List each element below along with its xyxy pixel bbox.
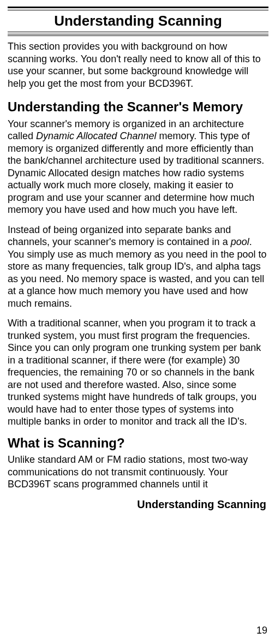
footer-title: Understanding Scanning xyxy=(8,498,268,511)
memory-paragraph-1: Your scanner's memory is organized in an… xyxy=(8,118,268,216)
title-rule-container: Understanding Scanning xyxy=(8,7,268,34)
title-inner-container: Understanding Scanning xyxy=(8,10,268,32)
page-number: 19 xyxy=(256,625,267,636)
para-text: memory. This type of memory is organized… xyxy=(8,130,264,215)
para-text: Instead of being organized into separate… xyxy=(8,224,231,248)
section-heading-memory: Understanding the Scanner's Memory xyxy=(8,99,268,115)
memory-paragraph-2: Instead of being organized into separate… xyxy=(8,224,268,310)
page-title: Understanding Scanning xyxy=(8,13,268,29)
italic-text: Dynamic Allocated Channel xyxy=(36,130,156,141)
scanning-paragraph-1: Unlike standard AM or FM radio stations,… xyxy=(8,454,268,491)
section-heading-scanning: What is Scanning? xyxy=(8,436,268,451)
intro-paragraph: This section provides you with backgroun… xyxy=(8,40,268,90)
italic-text: pool xyxy=(231,236,249,247)
memory-paragraph-3: With a traditional scanner, when you pro… xyxy=(8,317,268,428)
horizontal-rule xyxy=(8,35,268,36)
